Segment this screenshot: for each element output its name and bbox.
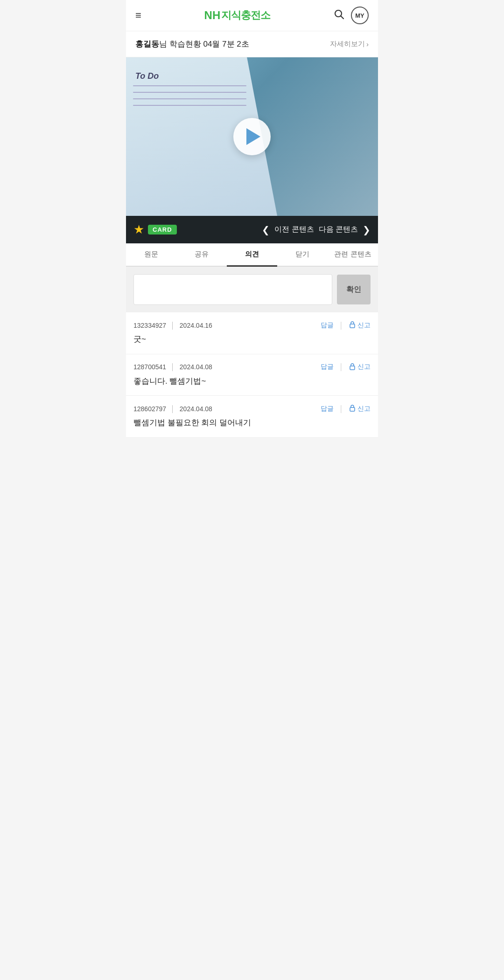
header: ≡ NH 지식충전소 MY — [126, 0, 378, 31]
comment-actions: 답글 │ 신고 — [321, 404, 371, 413]
next-arrow-icon[interactable]: ❯ — [363, 224, 371, 235]
tab-original[interactable]: 원문 — [126, 243, 176, 267]
lock-icon — [349, 321, 356, 330]
search-icon[interactable] — [333, 8, 344, 22]
content-navigation: ❮ 이전 콘텐츠 다음 콘텐츠 ❯ — [262, 224, 371, 235]
star-icon: ★ — [133, 222, 144, 237]
notebook-lines — [133, 85, 246, 111]
next-content-label[interactable]: 다음 콘텐츠 — [319, 225, 358, 235]
tab-share[interactable]: 공유 — [176, 243, 227, 267]
prev-content-label[interactable]: 이전 콘텐츠 — [274, 225, 314, 235]
prev-arrow-icon[interactable]: ❮ — [262, 224, 270, 235]
comment-actions: 답글 │ 신고 — [321, 321, 371, 330]
report-button[interactable]: 신고 — [357, 363, 371, 371]
play-triangle-icon — [246, 128, 260, 145]
logo-text: 지식충전소 — [221, 8, 270, 22]
comment-input-area: 확인 — [126, 267, 378, 312]
reply-button[interactable]: 답글 — [321, 363, 334, 371]
report-wrap: 신고 — [349, 321, 371, 330]
svg-rect-4 — [350, 407, 355, 411]
comment-username: 128700541 — [133, 363, 166, 371]
detail-link[interactable]: 자세히보기 › — [330, 40, 369, 48]
reply-button[interactable]: 답글 — [321, 321, 334, 330]
comment-username: 132334927 — [133, 322, 166, 329]
play-button[interactable] — [233, 118, 271, 155]
comment-text: 굿~ — [133, 333, 371, 345]
svg-line-1 — [341, 16, 343, 19]
header-icons: MY — [333, 7, 369, 24]
report-wrap: 신고 — [349, 363, 371, 372]
user-name: 홍길동 — [135, 40, 159, 48]
reply-button[interactable]: 답글 — [321, 405, 334, 413]
comment-divider: │ — [171, 322, 175, 329]
comment-divider: │ — [171, 405, 175, 413]
video-thumbnail[interactable]: To Do — [126, 57, 378, 216]
comment-item: 132334927 │ 2024.04.16 답글 │ 신고 굿 — [126, 312, 378, 354]
video-section: To Do ★ CARD ❮ 이전 콘텐츠 다음 콘텐츠 ❯ — [126, 57, 378, 243]
report-wrap: 신고 — [349, 404, 371, 413]
tab-opinion[interactable]: 의견 — [227, 243, 277, 267]
tab-close[interactable]: 닫기 — [277, 243, 328, 267]
svg-rect-2 — [350, 324, 355, 328]
comment-header: 128700541 │ 2024.04.08 답글 │ 신고 — [133, 363, 371, 372]
status-bar: 홍길동님 학습현황 04월 7분 2초 자세히보기 › — [126, 31, 378, 57]
comment-list: 132334927 │ 2024.04.16 답글 │ 신고 굿 — [126, 312, 378, 438]
comment-divider: │ — [171, 363, 175, 371]
comment-header: 132334927 │ 2024.04.16 답글 │ 신고 — [133, 321, 371, 330]
comment-date: 2024.04.08 — [180, 363, 212, 371]
card-badge: CARD — [148, 225, 177, 235]
logo-nh: NH — [204, 9, 221, 22]
notebook-text: To Do — [135, 71, 159, 81]
lock-icon — [349, 363, 356, 372]
logo: NH 지식충전소 — [204, 8, 271, 22]
status-suffix: 님 학습현황 04월 7분 2초 — [159, 40, 249, 48]
comment-actions: 답글 │ 신고 — [321, 363, 371, 372]
hamburger-icon[interactable]: ≡ — [135, 9, 141, 21]
report-button[interactable]: 신고 — [357, 405, 371, 413]
comment-date: 2024.04.16 — [180, 322, 212, 329]
comment-meta: 132334927 │ 2024.04.16 — [133, 322, 212, 329]
comment-item: 128602797 │ 2024.04.08 답글 │ 신고 뺄 — [126, 396, 378, 438]
svg-rect-3 — [350, 366, 355, 370]
comment-header: 128602797 │ 2024.04.08 답글 │ 신고 — [133, 404, 371, 413]
star-card-badge: ★ CARD — [133, 222, 177, 237]
comment-text: 좋습니다. 뺄셈기법~ — [133, 375, 371, 387]
comment-text: 뺄셈기법 불필요한 회의 덜어내기 — [133, 417, 371, 429]
status-text: 홍길동님 학습현황 04월 7분 2초 — [135, 39, 249, 49]
comment-meta: 128700541 │ 2024.04.08 — [133, 363, 212, 371]
lock-icon — [349, 404, 356, 413]
comment-input[interactable] — [133, 274, 332, 305]
video-bottom-bar: ★ CARD ❮ 이전 콘텐츠 다음 콘텐츠 ❯ — [126, 216, 378, 243]
confirm-button[interactable]: 확인 — [337, 275, 371, 304]
comment-date: 2024.04.08 — [180, 405, 212, 413]
comment-username: 128602797 — [133, 405, 166, 413]
tab-related[interactable]: 관련 콘텐츠 — [328, 243, 378, 267]
tab-bar: 원문 공유 의견 닫기 관련 콘텐츠 — [126, 243, 378, 267]
comment-item: 128700541 │ 2024.04.08 답글 │ 신고 좋 — [126, 354, 378, 396]
my-button[interactable]: MY — [351, 7, 369, 24]
report-button[interactable]: 신고 — [357, 321, 371, 330]
comment-meta: 128602797 │ 2024.04.08 — [133, 405, 212, 413]
